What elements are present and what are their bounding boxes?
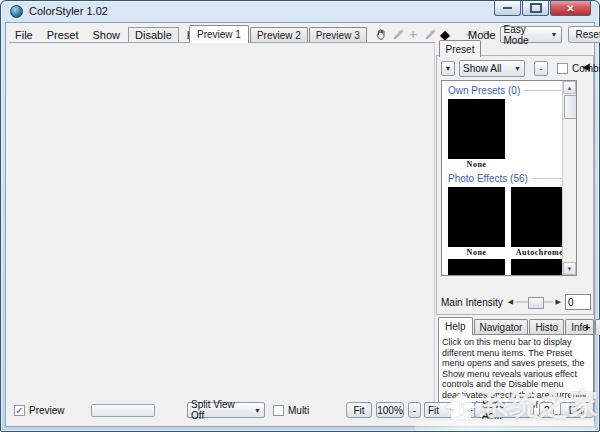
preset-item-none[interactable]: None [448, 187, 505, 257]
mode-label: Mode [468, 29, 496, 41]
preset-scrollbar[interactable]: ▲ ▼ [562, 81, 576, 275]
split-view-dropdown[interactable]: Split View Off ▼ [187, 402, 265, 418]
tab-preview-3[interactable]: Preview 3 [309, 27, 367, 43]
section-photo-effects: Photo Effects (56) [448, 173, 572, 184]
fit-dropdown[interactable]: Fit ▼ [424, 402, 460, 418]
intensity-value-field[interactable] [565, 294, 591, 310]
minimize-button[interactable] [494, 1, 521, 16]
intensity-slider[interactable]: ◀ ▶ [508, 296, 561, 308]
close-button[interactable]: ✕ [550, 1, 591, 16]
section-title: Own Presets (0) [448, 85, 520, 96]
preset-label: None [448, 248, 505, 257]
fit-dropdown-value: Fit [428, 405, 439, 416]
intensity-label: Main Intensity [441, 297, 508, 308]
preset-item[interactable] [511, 259, 568, 276]
eyedropper2-icon[interactable] [422, 28, 436, 42]
preview-label: Preview [29, 405, 65, 416]
chevron-down-icon: ▼ [514, 65, 521, 72]
slider-right-icon[interactable]: ▶ [556, 298, 561, 306]
chevron-down-icon: ▼ [445, 65, 452, 72]
minimize-icon [503, 4, 512, 9]
hand-tool-icon[interactable] [374, 28, 388, 42]
scroll-down-icon[interactable]: ▼ [563, 262, 576, 275]
preview-tab-strip: Preview 1 Preview 2 Preview 3 [189, 25, 368, 43]
titlebar[interactable]: ColorStyler 1.02 ✕ [1, 1, 599, 22]
combine-checkbox[interactable] [557, 63, 568, 74]
scroll-up-icon[interactable]: ▲ [563, 81, 576, 94]
preview-checkbox[interactable]: ✓ [14, 405, 25, 416]
mode-area: Mode Easy Mode ▼ Reset - [468, 26, 600, 43]
chevron-down-icon: ▼ [551, 31, 558, 38]
scrollbar-thumb[interactable] [564, 95, 577, 119]
preset-menu-button[interactable]: ▼ [441, 61, 455, 76]
preset-list[interactable]: Own Presets (0) None Photo Effects (56) [441, 80, 577, 276]
tab-preview-1[interactable]: Preview 1 [189, 25, 249, 43]
preset-label: Autochrome [511, 248, 568, 257]
client-area: File Preset Show Disable Help Preview 1 … [5, 22, 595, 427]
main-intensity-row: Main Intensity ◀ ▶ [441, 294, 591, 310]
mode-dropdown[interactable]: Easy Mode ▼ [500, 26, 562, 43]
preset-thumbnail [511, 259, 568, 276]
chevron-down-icon: ▼ [449, 407, 456, 414]
preset-label: None [448, 160, 505, 169]
bottom-bar: ✓ Preview Split View Off ▼ Multi Fit 100… [6, 398, 594, 426]
preset-item-autochrome[interactable]: Autochrome [511, 187, 568, 257]
preview-canvas[interactable] [9, 42, 435, 416]
hand-icon [375, 28, 388, 41]
tab-help[interactable]: Help [438, 317, 473, 335]
chevron-down-icon: ▼ [254, 407, 261, 414]
app-window: ColorStyler 1.02 ✕ File Preset Show Disa… [0, 0, 600, 432]
preset-thumbnail [511, 187, 568, 247]
eyedropper-icon[interactable] [390, 28, 404, 42]
section-own-presets: Own Presets (0) [448, 85, 572, 96]
tab-preset[interactable]: Preset [439, 40, 481, 57]
window-title: ColorStyler 1.02 [29, 5, 108, 17]
slider-thumb[interactable] [528, 297, 544, 309]
tabs-pin-icon[interactable]: + [584, 321, 590, 333]
exit-button[interactable]: Exit [560, 402, 594, 418]
preset-item[interactable] [448, 259, 505, 276]
help-button[interactable]: ? [539, 402, 554, 418]
collapse-panel-icon[interactable]: ◀ [582, 61, 590, 72]
preset-panel: ▼ Show All ▼ - Combine ◀ Own Presets (0) [436, 55, 594, 315]
mode-value: Easy Mode [504, 24, 547, 46]
tab-navigator[interactable]: Navigator [474, 319, 529, 335]
reset-button[interactable]: Reset [568, 26, 600, 43]
section-title: Photo Effects (56) [448, 173, 528, 184]
save-as-button[interactable]: Save As... [474, 402, 534, 418]
preset-thumbnail [448, 99, 505, 159]
menu-bar: File Preset Show Disable Help [8, 26, 216, 43]
show-all-value: Show All [463, 63, 501, 74]
crosshair-icon[interactable]: + [406, 28, 420, 42]
preset-thumbnail [448, 259, 505, 276]
close-icon: ✕ [566, 3, 574, 14]
maximize-icon [530, 3, 542, 13]
slider-left-icon[interactable]: ◀ [508, 298, 513, 306]
progress-meter [91, 404, 155, 417]
multi-label: Multi [288, 405, 309, 416]
menu-preset[interactable]: Preset [40, 27, 86, 43]
preset-item-none[interactable]: None [448, 99, 505, 169]
app-icon [10, 5, 23, 18]
maximize-button[interactable] [522, 1, 549, 16]
tab-prefs[interactable]: Prefs [595, 319, 600, 335]
menu-show[interactable]: Show [86, 27, 128, 43]
tab-preview-2[interactable]: Preview 2 [250, 27, 308, 43]
menu-disable[interactable]: Disable [128, 27, 179, 43]
preset-thumbnail [448, 187, 505, 247]
multi-checkbox[interactable] [273, 405, 284, 416]
split-view-value: Split View Off [191, 399, 250, 421]
zoom-out-button[interactable]: - [408, 402, 421, 418]
tab-histo[interactable]: Histo [529, 319, 564, 335]
info-tab-strip: Help Navigator Histo Info Prefs [438, 319, 600, 335]
preset-options-button[interactable]: - [534, 61, 548, 76]
fit-button[interactable]: Fit [346, 402, 372, 418]
zoom-100-button[interactable]: 100% [376, 402, 404, 418]
menu-file[interactable]: File [8, 27, 40, 43]
show-all-dropdown[interactable]: Show All ▼ [459, 60, 525, 77]
